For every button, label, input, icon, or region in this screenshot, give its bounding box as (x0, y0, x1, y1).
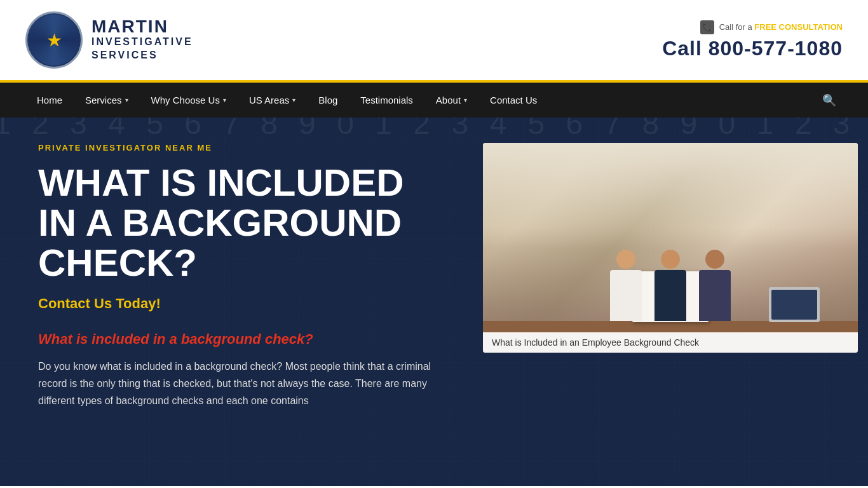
chevron-down-icon: ▾ (223, 97, 226, 104)
nav-item-us-areas[interactable]: US Areas ▾ (238, 83, 307, 118)
logo-badge-inner (29, 15, 79, 65)
nav-item-about[interactable]: About ▾ (424, 83, 478, 118)
logo-badge (25, 11, 83, 69)
hero-section: PRIVATE INVESTIGATOR NEAR ME WHAT IS INC… (0, 118, 868, 486)
cta-top: 📞 Call for a FREE CONSULTATION (662, 20, 843, 34)
chevron-down-icon: ▾ (125, 97, 128, 104)
cta-prefix: Call for a FREE CONSULTATION (719, 22, 843, 32)
brand-sub-line1: INVESTIGATIVE (92, 36, 193, 49)
hero-title: WHAT IS INCLUDED IN A BACKGROUND CHECK? (38, 163, 445, 283)
nav-item-testimonials[interactable]: Testimonials (349, 83, 424, 118)
nav-item-why-choose-us[interactable]: Why Choose Us ▾ (140, 83, 238, 118)
hero-image (483, 143, 858, 353)
hero-contact-cta[interactable]: Contact Us Today! (38, 295, 445, 312)
nav-item-services[interactable]: Services ▾ (74, 83, 140, 118)
hero-left-panel: PRIVATE INVESTIGATOR NEAR ME WHAT IS INC… (38, 143, 445, 410)
hero-image-card: What is Included in an Employee Backgrou… (483, 143, 858, 353)
person-figure-2 (654, 250, 686, 321)
person-head-3 (705, 250, 724, 269)
site-header: MARTIN INVESTIGATIVE SERVICES 📞 Call for… (0, 0, 868, 83)
chevron-down-icon: ▾ (464, 97, 467, 104)
header-cta: 📞 Call for a FREE CONSULTATION Call 800-… (662, 20, 843, 60)
hero-body-text: Do you know what is included in a backgr… (38, 358, 445, 410)
person-head-2 (661, 250, 680, 269)
nav-item-contact-us[interactable]: Contact Us (478, 83, 548, 118)
chevron-down-icon: ▾ (292, 97, 295, 104)
search-icon[interactable]: 🔍 (816, 93, 843, 107)
figure-scene (483, 143, 858, 334)
cta-free-label: FREE CONSULTATION (754, 22, 843, 32)
hero-content: PRIVATE INVESTIGATOR NEAR ME WHAT IS INC… (38, 143, 830, 410)
logo-area[interactable]: MARTIN INVESTIGATIVE SERVICES (25, 11, 193, 69)
nav-item-blog[interactable]: Blog (307, 83, 349, 118)
person-body-2 (654, 270, 686, 321)
hero-sub-heading: What is included in a background check? (38, 331, 445, 348)
person-figure-3 (699, 250, 731, 321)
brand-name: MARTIN (92, 18, 193, 36)
nav-items-list: Home Services ▾ Why Choose Us ▾ US Areas… (25, 83, 816, 118)
hero-tag-line: PRIVATE INVESTIGATOR NEAR ME (38, 143, 445, 152)
logo-text: MARTIN INVESTIGATIVE SERVICES (92, 18, 193, 62)
person-head-1 (616, 250, 635, 269)
nav-item-home[interactable]: Home (25, 83, 74, 118)
hero-right-panel: What is Included in an Employee Backgrou… (483, 143, 858, 353)
person-figure-1 (610, 250, 642, 321)
person-body-1 (610, 270, 642, 321)
main-navbar: Home Services ▾ Why Choose Us ▾ US Areas… (0, 83, 868, 118)
cta-phone-number[interactable]: Call 800-577-1080 (662, 37, 843, 60)
image-caption: What is Included in an Employee Backgrou… (483, 332, 858, 353)
person-body-3 (699, 270, 731, 321)
phone-icon: 📞 (700, 20, 714, 34)
brand-sub-line2: SERVICES (92, 49, 193, 62)
